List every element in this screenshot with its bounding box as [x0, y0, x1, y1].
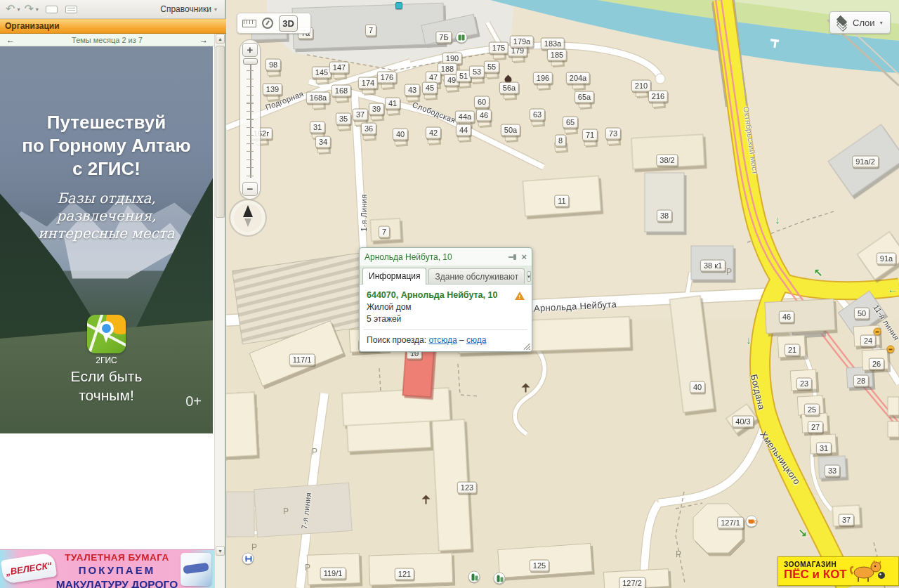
pin-icon[interactable] — [508, 253, 518, 261]
house-number-label[interactable]: 11 — [554, 195, 569, 207]
house-number-label[interactable]: 127/1 — [717, 517, 744, 529]
list-view-icon[interactable] — [65, 6, 77, 13]
house-number-label[interactable]: 26 — [869, 358, 884, 370]
house-number-label[interactable]: 121 — [395, 568, 414, 580]
organizations-tab[interactable]: Организации — [0, 19, 226, 34]
house-number-label[interactable]: 40/3 — [732, 416, 754, 428]
map-canvas[interactable]: ПодгорнаяСлободская1-я Линия7-я линия11-… — [226, 0, 899, 588]
house-number-label[interactable]: 65 — [563, 117, 578, 129]
house-number-label[interactable]: 183а — [541, 38, 565, 50]
close-icon[interactable]: × — [521, 252, 527, 261]
scroll-down-button[interactable]: ▼ — [216, 546, 225, 556]
zoom-slider-handle[interactable] — [243, 58, 258, 65]
house-number-label[interactable]: 38 к1 — [700, 260, 726, 272]
house-number-label[interactable]: 7 — [379, 226, 390, 238]
house-number-label[interactable]: 91а — [877, 253, 896, 265]
route-from-link[interactable]: отсюда — [428, 335, 457, 345]
card-view-icon[interactable] — [46, 6, 58, 13]
house-number-label[interactable]: 31 — [816, 443, 832, 455]
products-icon[interactable] — [494, 573, 506, 584]
house-number-label[interactable]: 55 — [484, 61, 499, 73]
coffee-icon[interactable] — [746, 516, 758, 528]
house-number-label[interactable]: 23 — [796, 378, 812, 390]
route-to-link[interactable]: сюда — [466, 335, 486, 345]
house-number-label[interactable]: 174 — [358, 77, 378, 89]
house-number-label[interactable]: 210 — [631, 80, 651, 92]
house-number-label[interactable]: 98 — [265, 59, 281, 71]
popup-header[interactable]: Арнольда Нейбута, 10 × — [360, 248, 532, 266]
house-number-label[interactable]: 60 — [474, 96, 490, 108]
house-number-label[interactable]: 46 — [779, 311, 794, 323]
park-icon[interactable] — [421, 495, 433, 507]
fitness-icon[interactable] — [242, 553, 254, 565]
zoom-out-button[interactable]: − — [242, 182, 258, 196]
ruler-icon[interactable] — [242, 20, 256, 27]
scrollbar-thumb[interactable] — [216, 46, 225, 218]
house-number-label[interactable]: 125 — [530, 560, 549, 572]
compass-tool-icon[interactable] — [262, 18, 273, 29]
monument-icon[interactable] — [520, 383, 532, 395]
house-number-label[interactable]: 28 — [853, 375, 869, 387]
house-number-label[interactable]: 168а — [306, 92, 330, 104]
house-number-label[interactable]: 44 — [456, 124, 471, 136]
resize-grip[interactable] — [524, 344, 530, 350]
house-number-label[interactable]: 38/2 — [656, 155, 678, 166]
house-number-label[interactable]: 37 — [353, 109, 368, 121]
house-number-label[interactable]: 46 — [476, 110, 492, 122]
house-number-label[interactable]: 40 — [690, 381, 705, 393]
tab-overflow-button[interactable]: ▾ — [527, 271, 531, 282]
themes-prev-arrow[interactable]: ← — [0, 36, 21, 44]
house-number-label[interactable]: 63 — [530, 109, 545, 121]
layers-button[interactable]: Слои ▾ — [829, 11, 891, 34]
scroll-up-button[interactable]: ▲ — [216, 34, 225, 44]
house-number-label[interactable]: 50 — [854, 308, 870, 320]
back-caret-icon[interactable]: ▾ — [17, 6, 20, 13]
house-number-label[interactable]: 39 — [369, 103, 384, 115]
house-number-label[interactable]: 31 — [310, 122, 325, 133]
house-number-label[interactable]: 204а — [566, 72, 590, 84]
forward-icon[interactable]: ↷ — [24, 4, 33, 15]
house-number-label[interactable]: 179а — [510, 36, 534, 48]
sidebar-scrollbar[interactable]: ▲ ▼ — [214, 34, 225, 588]
house-number-label[interactable]: 40 — [393, 129, 408, 141]
house-number-label[interactable]: 56а — [499, 82, 519, 94]
house-number-label[interactable]: 65а — [575, 91, 594, 103]
directories-menu[interactable]: Справочники ▾ — [160, 4, 219, 14]
house-number-label[interactable]: 38 — [657, 210, 672, 222]
compass-control[interactable] — [229, 199, 267, 237]
house-number-label[interactable]: 8 — [555, 135, 566, 147]
house-number-label[interactable]: 185 — [547, 49, 567, 61]
house-number-label[interactable]: 7Б — [435, 32, 452, 44]
house-number-label[interactable]: 91а/2 — [852, 156, 879, 168]
house-number-label[interactable]: 119/1 — [320, 568, 346, 580]
house-number-label[interactable]: 44а — [455, 111, 475, 123]
house-number-label[interactable]: 73 — [605, 128, 621, 140]
tab-information[interactable]: Информация — [362, 268, 426, 285]
velesk-ad-banner[interactable]: „ВЕЛЕСК“ ТУАЛЕТНАЯ БУМАГА ПОКУПАЕМ МАКУЛ… — [0, 549, 214, 588]
tram-icon[interactable] — [887, 346, 895, 353]
house-number-label[interactable]: 24 — [860, 335, 876, 347]
products-icon[interactable] — [468, 571, 480, 583]
promo-banner[interactable]: Путешествуйпо Горному Алтаюс 2ГИС! Базы … — [0, 46, 213, 433]
beer-icon[interactable] — [456, 32, 468, 44]
stop-icon[interactable] — [395, 2, 402, 9]
house-number-label[interactable]: 34 — [315, 136, 331, 148]
house-number-label[interactable]: 43 — [405, 84, 420, 96]
house-number-label[interactable]: 176 — [377, 72, 397, 84]
house-number-label[interactable]: 71 — [582, 129, 598, 141]
back-icon[interactable]: ↶ — [6, 4, 15, 15]
house-number-label[interactable]: 53 — [469, 66, 485, 78]
house-number-label[interactable]: 36 — [361, 123, 376, 135]
themes-next-arrow[interactable]: → — [193, 36, 214, 44]
house-number-label[interactable]: 25 — [804, 404, 820, 416]
house-number-label[interactable]: 147 — [329, 62, 349, 74]
house-number-label[interactable]: 41 — [385, 98, 400, 110]
forward-caret-icon[interactable]: ▾ — [36, 6, 39, 13]
house-number-label[interactable]: 175 — [489, 42, 508, 54]
warning-icon[interactable]: ! — [515, 292, 525, 300]
house-number-label[interactable]: 123 — [457, 482, 477, 494]
house-number-label[interactable]: 127/2 — [619, 577, 645, 588]
house-number-label[interactable]: 45 — [422, 82, 438, 94]
house-number-label[interactable]: 168 — [332, 85, 351, 97]
house-number-label[interactable]: 139 — [263, 84, 282, 96]
